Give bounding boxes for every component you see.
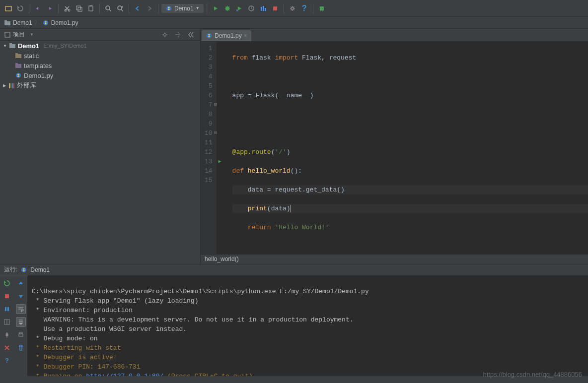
- chevron-right-icon: 〉: [34, 18, 40, 27]
- svg-rect-29: [15, 64, 21, 68]
- tree-external-libs[interactable]: ▶ 外部库: [0, 80, 200, 90]
- code-editor[interactable]: 123456 7⊟89 10⊟1112 13▶1415 from flask i…: [201, 42, 588, 254]
- run-icon[interactable]: [210, 3, 221, 14]
- profile-icon[interactable]: [246, 3, 257, 14]
- svg-rect-20: [4, 21, 10, 25]
- copy-icon[interactable]: [74, 3, 84, 14]
- tree-item-label: static: [24, 52, 39, 60]
- library-icon: [8, 82, 15, 88]
- code-area[interactable]: from flask import Flask, request app = F…: [217, 42, 588, 254]
- paste-icon[interactable]: [85, 3, 96, 14]
- concurrent-icon[interactable]: [258, 3, 269, 14]
- layout-icon[interactable]: [2, 317, 12, 327]
- svg-rect-23: [5, 32, 10, 37]
- help-icon[interactable]: ?: [299, 3, 310, 14]
- svg-rect-42: [19, 334, 23, 336]
- svg-rect-39: [5, 307, 6, 311]
- svg-rect-27: [15, 54, 21, 58]
- svg-rect-21: [4, 20, 7, 22]
- editor-breadcrumb[interactable]: hello_world(): [201, 254, 588, 264]
- svg-rect-34: [12, 83, 13, 88]
- rerun-icon[interactable]: [2, 278, 12, 288]
- close-red-icon[interactable]: [2, 343, 12, 353]
- cut-icon[interactable]: [62, 3, 73, 14]
- svg-rect-14: [261, 7, 262, 11]
- close-icon[interactable]: ×: [244, 32, 247, 39]
- python-icon: [15, 72, 22, 79]
- editor-pane: Demo1.py × 123456 7⊟89 10⊟1112 13▶1415 f…: [201, 29, 588, 264]
- settings-icon[interactable]: [287, 3, 298, 14]
- svg-rect-5: [89, 6, 93, 11]
- main-toolbar: Demo1 ▼ ?: [0, 0, 588, 17]
- svg-rect-30: [15, 63, 18, 64]
- python-icon: [20, 266, 27, 273]
- replace-icon[interactable]: [115, 3, 126, 14]
- svg-rect-32: [9, 83, 10, 88]
- back-icon[interactable]: [132, 3, 143, 14]
- svg-point-8: [118, 6, 122, 10]
- project-title: 项目: [13, 30, 25, 39]
- folder-icon: [4, 20, 11, 26]
- breadcrumb-item[interactable]: Demo1.py: [51, 19, 78, 26]
- svg-rect-25: [9, 44, 15, 48]
- tree-root[interactable]: ▼ Demo1 E:\my_SY\Demo1: [0, 41, 200, 51]
- svg-point-7: [106, 6, 110, 10]
- update-icon[interactable]: [316, 3, 327, 14]
- chevron-right-icon: ▶: [3, 83, 6, 88]
- python-icon: [42, 19, 49, 26]
- svg-rect-12: [236, 9, 238, 11]
- trash-icon[interactable]: [16, 343, 26, 353]
- editor-tab[interactable]: Demo1.py ×: [202, 30, 251, 41]
- project-icon: [4, 31, 11, 38]
- undo-icon[interactable]: [32, 3, 43, 14]
- editor-tab-label: Demo1.py: [215, 32, 242, 39]
- run-console: ? C:\Users\spicy_chicken\PycharmProjects…: [0, 275, 588, 376]
- svg-rect-15: [263, 6, 264, 11]
- run-label: 运行:: [4, 265, 17, 274]
- tree-item-label: Demo1.py: [24, 72, 53, 79]
- breadcrumb-bar: Demo1 〉 Demo1.py: [0, 17, 588, 29]
- up-icon[interactable]: [16, 278, 26, 288]
- find-icon[interactable]: [103, 3, 114, 14]
- svg-rect-16: [265, 8, 266, 11]
- debug-icon[interactable]: [222, 3, 233, 14]
- run-config-name: Demo1: [30, 266, 50, 273]
- stop-icon[interactable]: [2, 291, 12, 301]
- svg-rect-3: [76, 6, 80, 10]
- tree-item-label: templates: [24, 62, 52, 69]
- console-link[interactable]: http://127.0.0.1:80/: [86, 373, 163, 376]
- tree-root-path: E:\my_SY\Demo1: [43, 43, 86, 49]
- help-icon[interactable]: ?: [2, 356, 12, 366]
- open-icon[interactable]: [3, 3, 14, 14]
- tree-item[interactable]: Demo1.py: [0, 70, 200, 80]
- gear-icon[interactable]: [159, 29, 170, 40]
- print-icon[interactable]: [16, 330, 26, 340]
- stop-icon[interactable]: [270, 3, 281, 14]
- breadcrumb-item[interactable]: Demo1: [13, 19, 32, 26]
- reload-icon[interactable]: [15, 3, 26, 14]
- project-tree[interactable]: ▼ Demo1 E:\my_SY\Demo1 static templates …: [0, 41, 200, 264]
- forward-icon[interactable]: [144, 3, 155, 14]
- dropdown-icon[interactable]: ▼: [30, 32, 34, 37]
- run-coverage-icon[interactable]: [234, 3, 245, 14]
- svg-point-18: [292, 7, 294, 9]
- svg-rect-19: [320, 6, 324, 10]
- tree-item[interactable]: static: [0, 51, 200, 61]
- collapse-icon[interactable]: [172, 29, 183, 40]
- pin-icon[interactable]: [2, 330, 12, 340]
- soft-wrap-icon[interactable]: [16, 304, 26, 314]
- tree-root-name: Demo1: [18, 42, 39, 50]
- down-icon[interactable]: [16, 291, 26, 301]
- hide-icon[interactable]: [185, 29, 196, 40]
- tree-item[interactable]: templates: [0, 61, 200, 70]
- chevron-down-icon: ▼: [3, 44, 7, 48]
- run-config-selector[interactable]: Demo1 ▼: [161, 4, 204, 13]
- svg-rect-33: [10, 83, 11, 88]
- console-output[interactable]: C:\Users\spicy_chicken\PycharmProjects\D…: [28, 275, 588, 376]
- pause-icon[interactable]: [2, 304, 12, 314]
- folder-icon: [15, 53, 22, 59]
- svg-rect-26: [9, 43, 12, 45]
- redo-icon[interactable]: [44, 3, 55, 14]
- svg-rect-40: [7, 307, 9, 311]
- scroll-end-icon[interactable]: [16, 317, 26, 327]
